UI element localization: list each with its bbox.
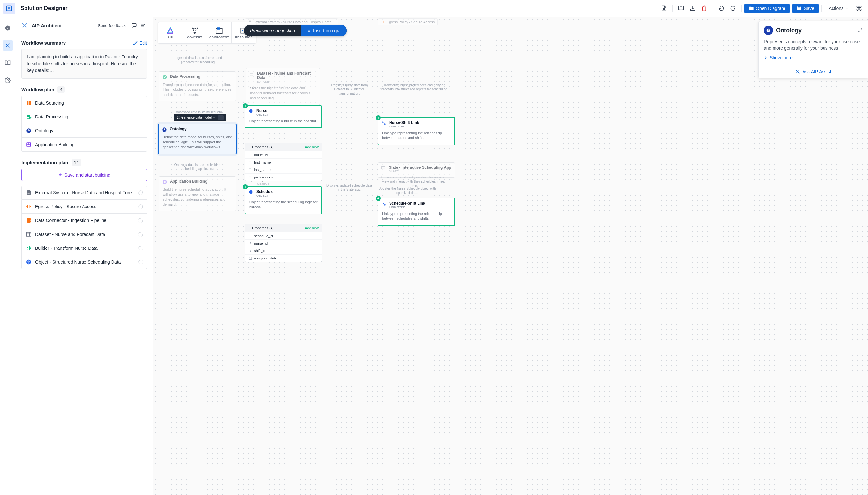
svg-rect-10 xyxy=(26,232,31,236)
chip-external-system[interactable]: External System - Nurse Data and Hospita… xyxy=(245,18,338,25)
prop-row[interactable]: shift_id xyxy=(245,247,322,254)
app-logo xyxy=(3,3,15,14)
svg-point-2 xyxy=(7,80,8,81)
impl-plan-item[interactable]: Builder - Transform Nurse Data xyxy=(21,241,147,255)
chip-menu-icon[interactable]: ⋯ xyxy=(218,115,224,120)
impl-plan-list: External System - Nurse Data and Hospita… xyxy=(16,186,153,275)
impl-plan-item[interactable]: Data Connector - Ingestion Pipeline xyxy=(21,214,147,227)
document-icon[interactable] xyxy=(659,3,669,13)
rail-architect-icon[interactable] xyxy=(3,40,13,51)
tool-aip[interactable]: AIP xyxy=(158,22,182,43)
add-badge-icon: + xyxy=(376,115,381,120)
book-icon[interactable] xyxy=(676,3,686,13)
workflow-plan-item[interactable]: Ontology xyxy=(21,124,147,138)
collapse-icon[interactable] xyxy=(139,22,147,29)
workflow-plan-item[interactable]: Application Building xyxy=(21,138,147,152)
workflow-plan-item[interactable]: Data Processing xyxy=(21,110,147,124)
add-property-button[interactable]: + Add new xyxy=(302,145,319,149)
node-nurse[interactable]: + NurseOBJECT Object representing a nurs… xyxy=(245,105,322,128)
svg-rect-4 xyxy=(26,142,31,147)
undo-icon[interactable] xyxy=(716,3,726,13)
prop-row[interactable]: assigned_date xyxy=(245,254,322,262)
plan-item-label: Data Connector - Ingestion Pipeline xyxy=(35,218,138,223)
rail-settings-icon[interactable] xyxy=(3,75,13,86)
generate-data-model-chip[interactable]: Generate data model ⋯ xyxy=(174,114,226,121)
prop-row[interactable]: preferences xyxy=(245,173,322,181)
workflow-plan-list: Data SourcingData ProcessingOntologyAppl… xyxy=(16,96,153,157)
node-data-processing[interactable]: Data Processing Transform and prepare da… xyxy=(159,71,236,101)
insert-into-graph-button[interactable]: Insert into gra xyxy=(301,25,347,36)
command-icon[interactable] xyxy=(854,3,864,13)
svg-rect-21 xyxy=(177,118,178,119)
chat-icon[interactable] xyxy=(130,22,138,29)
architect-title: AIP Architect xyxy=(32,23,98,29)
node-schedule[interactable]: + ScheduleOBJECT Object representing the… xyxy=(245,186,322,214)
redo-icon[interactable] xyxy=(728,3,738,13)
plan-item-label: External System - Nurse Data and Hospita… xyxy=(35,190,138,195)
canvas[interactable]: AIP CONCEPT COMPONENT RESOURCE Previewin… xyxy=(153,17,868,495)
trash-icon[interactable] xyxy=(699,3,709,13)
open-diagram-button[interactable]: Open Diagram xyxy=(744,3,790,13)
node-slate[interactable]: Slate - Interactive Scheduling AppSLATE xyxy=(377,162,455,178)
prop-row[interactable]: nurse_id xyxy=(245,239,322,247)
prop-row[interactable]: nurse_id xyxy=(245,151,322,158)
impl-plan-count: 14 xyxy=(72,159,81,166)
plan-item-icon xyxy=(25,141,32,148)
svg-rect-33 xyxy=(382,166,385,169)
send-feedback-link[interactable]: Send feedback xyxy=(98,23,126,28)
slate-icon xyxy=(381,166,386,171)
actions-button[interactable]: Actions xyxy=(824,3,853,13)
show-more-link[interactable]: Show more xyxy=(759,55,868,65)
left-rail xyxy=(0,17,16,495)
tool-component[interactable]: COMPONENT xyxy=(207,22,231,43)
impl-plan-item[interactable]: External System - Nurse Data and Hospita… xyxy=(21,186,147,200)
node-nurse-shift-link[interactable]: + Nurse-Shift LinkLINK TYPE Link type re… xyxy=(377,117,455,145)
ontology-node-icon xyxy=(162,127,167,132)
plan-item-label: Application Building xyxy=(35,142,143,147)
impl-plan-item[interactable]: Egress Policy - Secure Access xyxy=(21,200,147,214)
preview-suggestion-pill: Previewing suggestion Insert into gra xyxy=(244,25,347,36)
status-indicator xyxy=(138,204,143,209)
rail-book-icon[interactable] xyxy=(3,58,13,68)
svg-rect-20 xyxy=(179,117,180,117)
plan-item-icon xyxy=(25,189,32,196)
cube-icon xyxy=(249,109,254,114)
chip-egress-policy[interactable]: Egress Policy - Secure Access xyxy=(378,18,438,25)
node-ontology[interactable]: Ontology Define the data model for nurse… xyxy=(158,124,237,154)
plan-item-label: Builder - Transform Nurse Data xyxy=(35,245,138,251)
edge-label-transforms: Transforms nurse preferences and demand … xyxy=(379,83,450,91)
sidebar: AIP Architect Send feedback Workflow sum… xyxy=(16,17,153,495)
svg-rect-7 xyxy=(28,145,30,146)
status-indicator xyxy=(138,260,143,264)
prop-row[interactable]: schedule_id xyxy=(245,232,322,239)
ontology-panel-desc: Represents concepts relevant for your us… xyxy=(759,37,868,55)
edge-label-displays: Displays updated schedule data in the Sl… xyxy=(325,183,373,192)
node-schedule-shift-link[interactable]: + Schedule-Shift LinkLINK TYPE Link type… xyxy=(377,198,455,226)
ask-aip-assist-button[interactable]: Ask AIP Assist xyxy=(759,65,868,78)
canvas-toolbar: AIP CONCEPT COMPONENT RESOURCE xyxy=(158,22,256,44)
plan-item-label: Object - Structured Nurse Scheduling Dat… xyxy=(35,259,138,264)
add-property-button[interactable]: + Add new xyxy=(302,226,319,230)
save-button[interactable]: Save xyxy=(792,3,819,13)
svg-rect-5 xyxy=(28,143,29,144)
download-icon[interactable] xyxy=(688,3,697,13)
save-start-building-button[interactable]: Save and start building xyxy=(21,169,147,181)
impl-plan-item[interactable]: Dataset - Nurse and Forecast Data xyxy=(21,227,147,241)
prop-row[interactable]: first_name xyxy=(245,158,322,166)
workflow-plan-item[interactable]: Data Sourcing xyxy=(21,96,147,110)
workflow-summary-text: I am planning to build an application in… xyxy=(21,49,147,79)
expand-panel-icon[interactable] xyxy=(858,28,863,33)
impl-plan-item[interactable]: Object - Structured Nurse Scheduling Dat… xyxy=(21,255,147,269)
status-indicator xyxy=(138,218,143,223)
svg-point-11 xyxy=(193,28,196,31)
plan-item-icon xyxy=(25,231,32,238)
prop-row[interactable]: last_name xyxy=(245,166,322,173)
tool-concept[interactable]: CONCEPT xyxy=(182,22,207,43)
node-schedule-props: Properties (4) + Add new schedule_id nur… xyxy=(245,224,322,262)
edit-summary-link[interactable]: Edit xyxy=(133,40,147,46)
node-dataset[interactable]: Dataset - Nurse and Forecast DataDATASET… xyxy=(246,68,320,105)
workflow-summary-heading: Workflow summary xyxy=(21,40,66,46)
node-app-building[interactable]: Application Building Build the nurse sch… xyxy=(159,176,236,211)
rail-info-icon[interactable] xyxy=(3,23,13,33)
node-nurse-props: Properties (4) + Add new nurse_id first_… xyxy=(245,143,322,181)
